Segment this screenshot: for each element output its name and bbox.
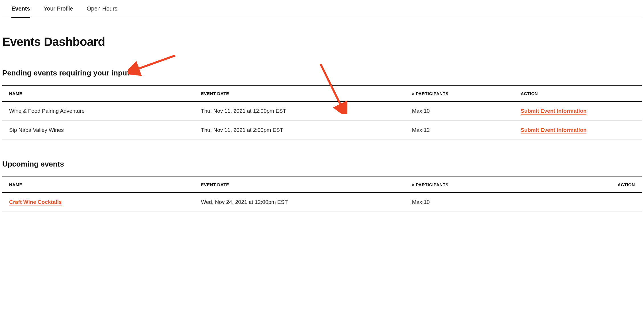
cell-name: Craft Wine Cocktails: [2, 192, 194, 212]
tab-bar: Events Your Profile Open Hours: [2, 0, 642, 18]
tab-open-hours[interactable]: Open Hours: [87, 0, 117, 18]
header-action: ACTION: [514, 177, 642, 192]
cell-participants: Max 10: [405, 101, 514, 121]
cell-event-date: Thu, Nov 11, 2021 at 12:00pm EST: [194, 101, 405, 121]
cell-action: Submit Event Information: [514, 121, 642, 140]
pending-section-title: Pending events requiring your input: [2, 69, 642, 77]
header-participants: # PARTICIPANTS: [405, 177, 514, 192]
table-row: Wine & Food Pairing Adventure Thu, Nov 1…: [2, 101, 642, 121]
submit-event-information-link[interactable]: Submit Event Information: [521, 108, 586, 115]
upcoming-events-table: NAME EVENT DATE # PARTICIPANTS ACTION Cr…: [2, 177, 642, 212]
upcoming-section-title: Upcoming events: [2, 160, 642, 169]
cell-name: Wine & Food Pairing Adventure: [2, 101, 194, 121]
header-name: NAME: [2, 86, 194, 101]
cell-action: Submit Event Information: [514, 101, 642, 121]
header-event-date: EVENT DATE: [194, 177, 405, 192]
tab-events[interactable]: Events: [11, 0, 30, 18]
cell-participants: Max 12: [405, 121, 514, 140]
cell-participants: Max 10: [405, 192, 514, 212]
event-name-link[interactable]: Craft Wine Cocktails: [9, 199, 62, 206]
table-header-row: NAME EVENT DATE # PARTICIPANTS ACTION: [2, 86, 642, 101]
main-content: Events Dashboard Pending events requirin…: [2, 35, 642, 223]
cell-event-date: Wed, Nov 24, 2021 at 12:00pm EST: [194, 192, 405, 212]
header-name: NAME: [2, 177, 194, 192]
header-participants: # PARTICIPANTS: [405, 86, 514, 101]
pending-events-table: NAME EVENT DATE # PARTICIPANTS ACTION Wi…: [2, 85, 642, 140]
header-event-date: EVENT DATE: [194, 86, 405, 101]
table-row: Sip Napa Valley Wines Thu, Nov 11, 2021 …: [2, 121, 642, 140]
cell-action: [514, 192, 642, 212]
cell-event-date: Thu, Nov 11, 2021 at 2:00pm EST: [194, 121, 405, 140]
table-header-row: NAME EVENT DATE # PARTICIPANTS ACTION: [2, 177, 642, 192]
submit-event-information-link[interactable]: Submit Event Information: [521, 127, 586, 134]
tab-your-profile[interactable]: Your Profile: [44, 0, 73, 18]
header-action: ACTION: [514, 86, 642, 101]
cell-name: Sip Napa Valley Wines: [2, 121, 194, 140]
table-row: Craft Wine Cocktails Wed, Nov 24, 2021 a…: [2, 192, 642, 212]
page-title: Events Dashboard: [2, 35, 642, 49]
